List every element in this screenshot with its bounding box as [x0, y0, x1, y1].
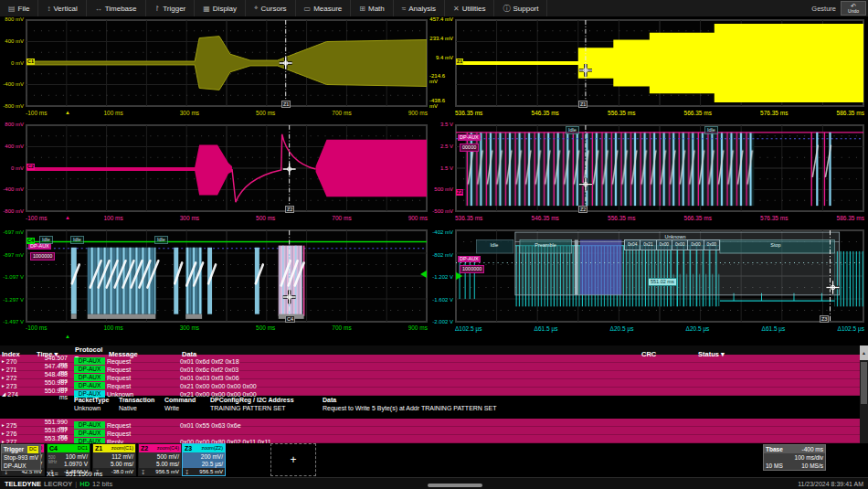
waveform-plot-c1[interactable]: C1 Z1 [26, 19, 428, 107]
menu-item-label: Cursors [261, 5, 287, 13]
waveform-plot-z2[interactable]: DP-AUX 00000 Idle Idle Z2 Z2 [455, 124, 864, 212]
timebase-offset: -400 ms [802, 445, 823, 453]
waveform-plot-c2[interactable]: C2 Z2 [26, 124, 428, 212]
table-column-header[interactable]: Data [180, 350, 640, 358]
waveform-plot-z1[interactable]: Z1 Z1 [455, 19, 864, 107]
expand-icon[interactable]: ◢ [2, 391, 5, 397]
scroll-up-icon[interactable]: ▲ [860, 345, 868, 360]
axis-tick-label: -214.6 mV [429, 73, 453, 84]
axis-tick-label: 100 ms [103, 215, 122, 222]
trigger-position-marker[interactable]: ▲ [65, 334, 70, 339]
channel-tab-c2[interactable]: C2 [26, 164, 35, 170]
undo-button[interactable]: ↶ Undo [841, 1, 866, 16]
menu-item[interactable]: ⓘ Support [494, 0, 547, 16]
menu-item[interactable]: ✕ Utilities [445, 0, 494, 16]
table-scrollbar[interactable]: ▲ [860, 345, 868, 443]
panel-z3: -402 mV-802 mV-1.202 V-1.602 V-2.002 V [429, 227, 868, 345]
table-row[interactable]: ▸275 551.990 ms DP-AUX Request 0x01 0x55… [0, 419, 860, 427]
panel-c4: -697 mV-897 mV-1.097 V-1.297 V-1.497 V [0, 227, 429, 345]
menu-item-label: Display [213, 5, 237, 13]
add-trace-button[interactable]: + [270, 443, 316, 476]
panel-c1: 800 mV400 mV0 mV-400 mV-800 mV C1 Z1 -10… [0, 16, 429, 122]
trace-descriptor[interactable]: C4 DC1 500 MHz 100 mV/ 1.0970 V ↧ -1.456… [47, 443, 90, 476]
cell-protocol-badge: DP-AUX [74, 357, 105, 365]
trigger-box[interactable]: TriggerDC Stop-993 mV DP-AUX [1, 444, 41, 471]
probe-icon: ↧ [141, 469, 145, 475]
menu-item-label: Vertical [53, 5, 77, 13]
expand-icon[interactable]: ▸ [2, 383, 5, 388]
menu-item-icon: ▤ [8, 5, 16, 13]
expand-icon[interactable]: ▸ [2, 431, 5, 436]
horizontal-scroll-thumb[interactable] [428, 484, 482, 487]
menu-item[interactable]: ⊞ Math [351, 0, 394, 16]
axis-tick-label: 500 ms [256, 110, 275, 117]
menu-bar: ▤ File ↕ Vertical ↔ Timebase ↾ Trigger [0, 0, 868, 17]
cursor-marker[interactable]: Z3 [820, 315, 829, 323]
c4-y-axis: -697 mV-897 mV-1.097 V-1.297 V-1.497 V [0, 229, 26, 324]
axis-tick-label: 800 mV [5, 122, 24, 127]
cell-protocol-badge: DP-AUX [74, 430, 105, 437]
c4-x-axis: -100 ms100 ms300 ms500 ms700 ms900 ms [26, 324, 428, 332]
table-rows-before: ▸270 546.507 ms DP-AUX Request 0x01 0x6d… [0, 355, 868, 396]
z1-y-axis: 457.4 mV233.4 mV9.4 mV-214.6 mV-438.6 mV [429, 16, 455, 109]
expand-icon[interactable]: ▸ [2, 367, 5, 372]
menu-item-icon: ✕ [453, 5, 460, 13]
menu-item-icon: ↕ [47, 5, 50, 13]
menu-item[interactable]: ↾ Trigger [146, 0, 196, 16]
trigger-position-marker[interactable]: ▲ [65, 110, 70, 115]
trace-descriptor[interactable]: Z3 zoom(Z2) 200 mV/ 20.5 µs/ ↧ 956.5 mV [182, 443, 226, 476]
table-column-header[interactable]: CRC [640, 350, 696, 358]
menu-item[interactable]: ↕ Vertical [38, 0, 86, 16]
timebase-title: Tbase [766, 445, 783, 453]
menu-item-icon: ⊞ [359, 5, 365, 13]
trigger-position-marker[interactable]: ▲ [65, 215, 70, 220]
cursor-marker[interactable]: Z1 [578, 101, 587, 108]
waveform-plot-c4[interactable]: DP-AUX 1000000 Idle Idle Idle C4 C4 [26, 229, 428, 323]
axis-tick-label: 400 mV [5, 144, 24, 149]
axis-tick-label: 700 ms [332, 110, 351, 117]
menu-item[interactable]: ≈ Analysis [394, 0, 445, 16]
menu-item[interactable]: ↔ Timebase [87, 0, 146, 16]
protocol-decode-table: IndexTime ▾Protocol ▾MessageDataCRCStatu… [0, 345, 868, 443]
scrollbar-thumb[interactable] [861, 362, 867, 404]
table-column-header[interactable]: Message [107, 350, 180, 358]
cursor-marker[interactable]: C4 [285, 315, 295, 323]
cursor-marker[interactable]: Z2 [578, 206, 587, 213]
table-column-header[interactable]: Index [0, 350, 35, 358]
decode-byte-boxes: 0x04 0x21 0x00 0x00 0x00 0x00 [624, 239, 719, 250]
channel-tab-z1[interactable]: Z1 [456, 58, 463, 65]
decode-time-badge: 551.02 ms [648, 278, 677, 286]
axis-tick-label: 576.35 ms [760, 215, 788, 222]
axis-tick-label: 566.35 ms [684, 215, 712, 222]
channel-tab-z2[interactable]: Z2 [456, 189, 463, 196]
axis-tick-label: 586.35 ms [837, 215, 864, 222]
axis-tick-label: Δ61.5 µs [535, 325, 558, 333]
axis-tick-label: Δ61.5 µs [762, 325, 786, 333]
table-column-header[interactable]: Status ▾ [696, 350, 860, 358]
menu-item[interactable]: ▦ Display [195, 0, 246, 16]
cell-message: Request [107, 358, 180, 365]
waveform-plot-z3[interactable]: Unknown Idle Preamble 0x04 0x21 0x00 0x0… [455, 229, 864, 323]
menu-item[interactable]: ▤ File [0, 0, 38, 16]
trace-offset-or-delay: 1.0970 V [58, 461, 88, 468]
protocol-badge: DP-AUX [28, 243, 51, 250]
channel-tab-c1[interactable]: C1 [26, 58, 35, 65]
menu-item[interactable]: ⌖ Cursors [246, 0, 296, 16]
channel-tab-c4[interactable]: C4 [26, 238, 35, 244]
crosshair-icon [283, 163, 296, 175]
expand-icon[interactable]: ▸ [2, 375, 5, 380]
trace-descriptor[interactable]: Z1 zoom(C1) 112 mV/ 5.00 ms/ ↧ -38.0 mV [92, 443, 136, 476]
trace-descriptor[interactable]: Z2 zoom(C4) 500 mV/ 5.00 ms/ ↧ 956.5 mV [138, 443, 182, 476]
expand-icon[interactable]: ▸ [2, 422, 5, 428]
cell-data: 0x21 0x00 0x00 0x00 0x00 [180, 383, 640, 389]
expand-icon[interactable]: ▸ [2, 358, 5, 364]
menu-item-icon: ⓘ [503, 4, 510, 14]
decode-idle-label: Idle [154, 236, 168, 244]
axis-tick-label: -802 mV [432, 252, 453, 258]
zoom-region-marker[interactable]: Z2 [285, 206, 294, 213]
trace-offset-readout: 956.5 mV [199, 469, 223, 474]
zoom-region-marker[interactable]: Z1 [281, 101, 291, 108]
menu-item[interactable]: ▭ Measure [296, 0, 352, 16]
timebase-box[interactable]: Tbase-400 ms 100 ms/div 10 MS10 MS/s [763, 444, 826, 471]
axis-tick-label: 586.35 ms [837, 110, 864, 117]
